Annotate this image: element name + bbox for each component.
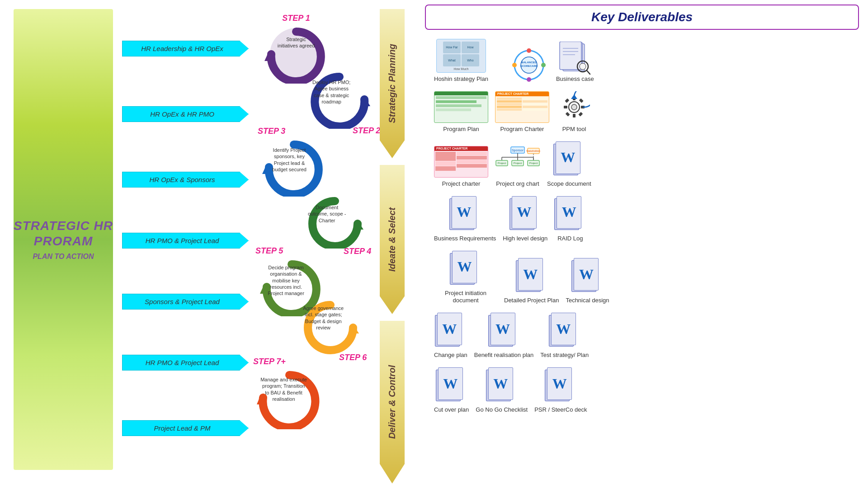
program-plan-label: Program Plan: [443, 126, 479, 133]
step-3-text: Identify Project sponsors, key Project l…: [267, 147, 312, 173]
banner-strategic: Strategic Planning: [380, 9, 405, 158]
kd-scope-doc: W Scope document: [547, 141, 591, 188]
arrow-3: HR OpEx & Sponsors: [122, 172, 249, 188]
org-chart-label: Project org chart: [496, 180, 539, 188]
svg-point-12: [527, 48, 531, 53]
biz-req-label: Business Requirements: [434, 235, 496, 243]
cut-over-label: Cut over plan: [434, 406, 469, 414]
step-5-text: Decide program organisation & mobilise k…: [262, 264, 310, 296]
step-2-container: Deploy HR PMO; Agree business case & str…: [298, 70, 380, 136]
program-title: STRATEGIC HRPRORAM: [14, 218, 113, 249]
kd-go-no-go: W Go No Go Checklist: [476, 367, 528, 414]
kd-row-5: W Project initiation document W Detailed…: [425, 251, 859, 305]
test-strategy-icon: W: [549, 313, 580, 349]
psr-icon: W: [545, 367, 576, 404]
kd-biz-req: W Business Requirements: [434, 196, 496, 243]
svg-point-14: [512, 63, 517, 67]
step-7-label: STEP 7+: [253, 357, 326, 366]
pid-icon: W: [450, 251, 481, 287]
program-charter-icon: PROJECT CHARTER: [495, 91, 549, 123]
left-banner: STRATEGIC HRPRORAM PLAN TO ACTION: [14, 9, 113, 470]
svg-rect-18: [560, 42, 581, 70]
go-no-go-icon: W: [486, 367, 518, 404]
kd-project-charter: PROJECT CHARTER Project c: [434, 146, 488, 188]
kd-row-6: W Change plan W Benefit realisation plan…: [425, 313, 859, 359]
benefit-plan-icon: W: [488, 313, 520, 349]
kd-psr: W PSR / SteerCo deck: [534, 367, 587, 414]
arrow-label-3: HR OpEx & Sponsors: [122, 172, 249, 188]
benefit-plan-label: Benefit realisation plan: [474, 352, 534, 359]
kd-dpp: W Detailed Project Plan: [504, 258, 559, 305]
kd-test-strategy: W Test strategy/ Plan: [540, 313, 589, 359]
tech-design-icon: W: [571, 258, 603, 294]
step-7-container: STEP 7+ Manage and execute program; Tran…: [253, 357, 326, 431]
kd-raid-log: W RAID Log: [554, 196, 586, 243]
key-deliverables-section: Key Deliverables How Far How What Who Ho…: [425, 5, 859, 483]
bsc-wrapper: BALANCED SCORECARD: [511, 47, 547, 83]
biz-req-icon: W: [449, 196, 481, 232]
kd-program-plan: Program Plan: [434, 91, 488, 133]
kd-row-3: PROJECT CHARTER Project c: [425, 141, 859, 188]
kd-hoshin: How Far How What Who How Much Hoshin str…: [434, 39, 488, 83]
hoshin-icon: How Far How What Who How Much: [436, 39, 486, 73]
test-strategy-label: Test strategy/ Plan: [540, 352, 589, 359]
kd-row-7: W Cut over plan W Go No Go Checklist W P…: [425, 367, 859, 414]
high-level-design-label: High level design: [503, 235, 547, 243]
svg-text:Project: Project: [498, 162, 506, 164]
kd-cut-over: W Cut over plan: [434, 367, 469, 414]
step-2-text: Deploy HR PMO; Agree business case & str…: [310, 79, 353, 105]
svg-rect-32: [579, 99, 584, 103]
svg-rect-34: [578, 112, 583, 117]
kd-business-case: BALANCED SCORECARD: [511, 42, 594, 83]
banner-deliver: Deliver & Control: [380, 321, 405, 483]
change-plan-icon: W: [435, 313, 467, 349]
banner-strategic-label: Strategic Planning: [387, 44, 397, 123]
scope-doc-label: Scope document: [547, 180, 591, 188]
tech-design-label: Technical design: [566, 297, 609, 305]
kd-org-chart: Sponsor Project Project Project Stakeho: [495, 146, 540, 188]
arrow-2: HR OpEx & HR PMO: [122, 106, 249, 122]
kd-row-4: W Business Requirements W High level des…: [425, 196, 859, 243]
business-case-icon: [559, 42, 591, 75]
svg-rect-29: [564, 106, 567, 108]
kd-row-1: How Far How What Who How Much Hoshin str…: [425, 39, 859, 83]
dpp-icon: W: [516, 258, 547, 294]
step-4-text: Document outcome, scope - Charter: [306, 204, 349, 224]
scope-doc-icon: W: [553, 141, 585, 178]
bc-wrapper: Business case: [556, 42, 594, 83]
program-plan-icon: [434, 91, 488, 123]
kd-high-level-design: W High level design: [503, 196, 547, 243]
left-banner-text: STRATEGIC HRPRORAM PLAN TO ACTION: [14, 218, 113, 260]
bsc-icon: BALANCED SCORECARD: [511, 47, 547, 83]
banner-deliver-label: Deliver & Control: [387, 365, 397, 439]
svg-rect-28: [573, 114, 576, 117]
raid-log-icon: W: [554, 196, 586, 232]
program-charter-label: Program Charter: [500, 126, 544, 133]
program-subtitle: PLAN TO ACTION: [14, 253, 113, 261]
banner-ideate-label: Ideate & Select: [387, 207, 397, 272]
kd-change-plan: W Change plan: [434, 313, 467, 359]
key-deliverables-title: Key Deliverables: [425, 5, 859, 30]
step-3-label: STEP 3: [258, 127, 330, 136]
dpp-label: Detailed Project Plan: [504, 297, 559, 305]
arrow-label-7: Project Lead & PM: [122, 420, 249, 436]
kd-benefit-plan: W Benefit realisation plan: [474, 313, 534, 359]
go-no-go-label: Go No Go Checklist: [476, 406, 528, 414]
arrow-label-6: HR PMO & Project Lead: [122, 355, 249, 371]
svg-rect-33: [566, 112, 570, 117]
kd-program-charter: PROJECT CHARTER: [495, 91, 549, 133]
cut-over-icon: W: [436, 367, 467, 404]
svg-point-13: [541, 63, 546, 67]
banner-ideate: Ideate & Select: [380, 165, 405, 314]
business-case-label: Business case: [556, 75, 594, 83]
arrow-label-5: Sponsors & Project Lead: [122, 294, 249, 310]
change-plan-label: Change plan: [434, 352, 467, 359]
raid-log-label: RAID Log: [557, 235, 583, 243]
hoshin-label: Hoshin strategy Plan: [434, 75, 488, 83]
step-6-container: Agree governance incl. stage gates; Budg…: [294, 298, 367, 362]
pid-label: Project initiation document: [434, 290, 497, 305]
svg-text:BALANCED: BALANCED: [521, 61, 537, 64]
ppm-icon: [556, 91, 592, 123]
arrow-label-1: HR Leadership & HR OpEx: [122, 41, 249, 56]
arrow-4: HR PMO & Project Lead: [122, 233, 249, 249]
